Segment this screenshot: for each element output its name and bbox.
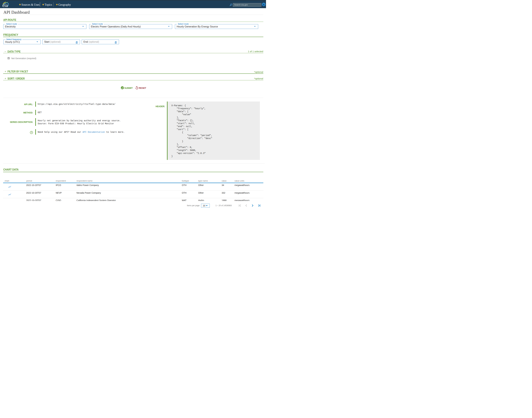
svg-text:eia: eia xyxy=(2,2,8,8)
svg-text:?: ? xyxy=(31,131,32,134)
